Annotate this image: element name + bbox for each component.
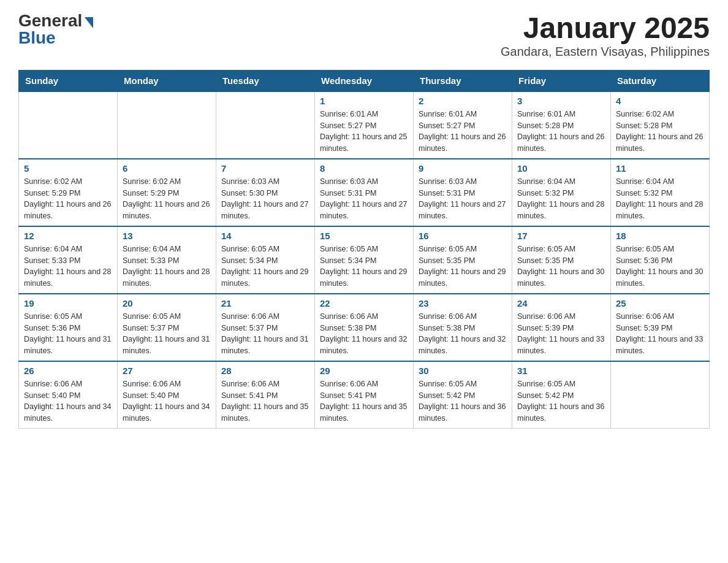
day-number: 11: [616, 163, 704, 174]
calendar-cell: [216, 91, 315, 159]
day-number: 28: [221, 366, 309, 376]
logo-blue: Blue: [18, 29, 56, 47]
day-number: 25: [616, 298, 704, 308]
day-number: 14: [221, 231, 309, 241]
calendar-day-header: Thursday: [414, 70, 512, 91]
day-info: Sunrise: 6:04 AMSunset: 5:33 PMDaylight:…: [24, 243, 112, 289]
day-number: 21: [221, 298, 309, 308]
day-info: Sunrise: 6:04 AMSunset: 5:33 PMDaylight:…: [123, 243, 211, 289]
calendar-cell: 24Sunrise: 6:06 AMSunset: 5:39 PMDayligh…: [512, 294, 611, 361]
calendar-cell: 15Sunrise: 6:05 AMSunset: 5:34 PMDayligh…: [315, 226, 414, 294]
day-info: Sunrise: 6:06 AMSunset: 5:38 PMDaylight:…: [320, 311, 408, 357]
day-info: Sunrise: 6:05 AMSunset: 5:42 PMDaylight:…: [419, 378, 507, 424]
calendar-week-row: 26Sunrise: 6:06 AMSunset: 5:40 PMDayligh…: [19, 361, 710, 429]
calendar-cell: 21Sunrise: 6:06 AMSunset: 5:37 PMDayligh…: [216, 294, 315, 361]
logo-triangle-icon: [85, 17, 93, 28]
calendar-cell: 25Sunrise: 6:06 AMSunset: 5:39 PMDayligh…: [611, 294, 710, 361]
day-number: 13: [123, 231, 211, 241]
day-number: 24: [517, 298, 605, 308]
day-info: Sunrise: 6:02 AMSunset: 5:28 PMDaylight:…: [616, 109, 704, 155]
calendar-cell: 19Sunrise: 6:05 AMSunset: 5:36 PMDayligh…: [19, 294, 118, 361]
calendar-day-header: Friday: [512, 70, 611, 91]
calendar-cell: 9Sunrise: 6:03 AMSunset: 5:31 PMDaylight…: [414, 159, 512, 226]
calendar-cell: [611, 361, 710, 429]
day-info: Sunrise: 6:01 AMSunset: 5:27 PMDaylight:…: [419, 109, 507, 155]
day-number: 10: [517, 163, 605, 174]
day-info: Sunrise: 6:06 AMSunset: 5:40 PMDaylight:…: [24, 378, 112, 424]
page-subtitle: Gandara, Eastern Visayas, Philippines: [501, 45, 710, 59]
calendar-day-header: Monday: [118, 70, 216, 91]
day-info: Sunrise: 6:03 AMSunset: 5:31 PMDaylight:…: [320, 176, 408, 222]
day-info: Sunrise: 6:03 AMSunset: 5:30 PMDaylight:…: [221, 176, 309, 222]
day-number: 16: [419, 231, 507, 241]
day-info: Sunrise: 6:06 AMSunset: 5:40 PMDaylight:…: [123, 378, 211, 424]
day-number: 23: [419, 298, 507, 308]
calendar-cell: 2Sunrise: 6:01 AMSunset: 5:27 PMDaylight…: [414, 91, 512, 159]
day-number: 20: [123, 298, 211, 308]
day-number: 22: [320, 298, 408, 308]
day-number: 19: [24, 298, 112, 308]
day-number: 26: [24, 366, 112, 376]
calendar-cell: 16Sunrise: 6:05 AMSunset: 5:35 PMDayligh…: [414, 226, 512, 294]
calendar-cell: 10Sunrise: 6:04 AMSunset: 5:32 PMDayligh…: [512, 159, 611, 226]
calendar-table: SundayMondayTuesdayWednesdayThursdayFrid…: [18, 70, 710, 429]
calendar-cell: 7Sunrise: 6:03 AMSunset: 5:30 PMDaylight…: [216, 159, 315, 226]
day-info: Sunrise: 6:04 AMSunset: 5:32 PMDaylight:…: [616, 176, 704, 222]
title-block: January 2025 Gandara, Eastern Visayas, P…: [501, 12, 710, 59]
page-title: January 2025: [501, 12, 710, 45]
calendar-cell: 4Sunrise: 6:02 AMSunset: 5:28 PMDaylight…: [611, 91, 710, 159]
calendar-cell: 18Sunrise: 6:05 AMSunset: 5:36 PMDayligh…: [611, 226, 710, 294]
day-info: Sunrise: 6:06 AMSunset: 5:38 PMDaylight:…: [419, 311, 507, 357]
calendar-cell: 6Sunrise: 6:02 AMSunset: 5:29 PMDaylight…: [118, 159, 216, 226]
calendar-week-row: 5Sunrise: 6:02 AMSunset: 5:29 PMDaylight…: [19, 159, 710, 226]
calendar-cell: 13Sunrise: 6:04 AMSunset: 5:33 PMDayligh…: [118, 226, 216, 294]
day-info: Sunrise: 6:02 AMSunset: 5:29 PMDaylight:…: [123, 176, 211, 222]
calendar-header-row: SundayMondayTuesdayWednesdayThursdayFrid…: [19, 70, 710, 91]
calendar-cell: 20Sunrise: 6:05 AMSunset: 5:37 PMDayligh…: [118, 294, 216, 361]
day-info: Sunrise: 6:06 AMSunset: 5:41 PMDaylight:…: [320, 378, 408, 424]
calendar-day-header: Sunday: [19, 70, 118, 91]
calendar-cell: 30Sunrise: 6:05 AMSunset: 5:42 PMDayligh…: [414, 361, 512, 429]
day-number: 29: [320, 366, 408, 376]
day-number: 31: [517, 366, 605, 376]
calendar-cell: 26Sunrise: 6:06 AMSunset: 5:40 PMDayligh…: [19, 361, 118, 429]
day-info: Sunrise: 6:03 AMSunset: 5:31 PMDaylight:…: [419, 176, 507, 222]
day-info: Sunrise: 6:06 AMSunset: 5:37 PMDaylight:…: [221, 311, 309, 357]
calendar-cell: 5Sunrise: 6:02 AMSunset: 5:29 PMDaylight…: [19, 159, 118, 226]
day-info: Sunrise: 6:06 AMSunset: 5:41 PMDaylight:…: [221, 378, 309, 424]
logo: General Blue: [18, 12, 93, 47]
day-info: Sunrise: 6:04 AMSunset: 5:32 PMDaylight:…: [517, 176, 605, 222]
calendar-cell: 28Sunrise: 6:06 AMSunset: 5:41 PMDayligh…: [216, 361, 315, 429]
logo-general: General: [18, 12, 82, 29]
day-info: Sunrise: 6:05 AMSunset: 5:36 PMDaylight:…: [24, 311, 112, 357]
page-header: General Blue January 2025 Gandara, Easte…: [18, 12, 710, 59]
day-number: 30: [419, 366, 507, 376]
calendar-cell: 11Sunrise: 6:04 AMSunset: 5:32 PMDayligh…: [611, 159, 710, 226]
day-number: 27: [123, 366, 211, 376]
day-number: 4: [616, 96, 704, 106]
day-number: 3: [517, 96, 605, 106]
calendar-cell: 27Sunrise: 6:06 AMSunset: 5:40 PMDayligh…: [118, 361, 216, 429]
calendar-cell: 31Sunrise: 6:05 AMSunset: 5:42 PMDayligh…: [512, 361, 611, 429]
day-info: Sunrise: 6:05 AMSunset: 5:35 PMDaylight:…: [517, 243, 605, 289]
day-info: Sunrise: 6:05 AMSunset: 5:34 PMDaylight:…: [320, 243, 408, 289]
calendar-cell: 29Sunrise: 6:06 AMSunset: 5:41 PMDayligh…: [315, 361, 414, 429]
calendar-cell: 23Sunrise: 6:06 AMSunset: 5:38 PMDayligh…: [414, 294, 512, 361]
day-number: 5: [24, 163, 112, 174]
day-number: 1: [320, 96, 408, 106]
day-number: 12: [24, 231, 112, 241]
day-info: Sunrise: 6:05 AMSunset: 5:35 PMDaylight:…: [419, 243, 507, 289]
calendar-cell: 3Sunrise: 6:01 AMSunset: 5:28 PMDaylight…: [512, 91, 611, 159]
day-info: Sunrise: 6:05 AMSunset: 5:36 PMDaylight:…: [616, 243, 704, 289]
day-number: 7: [221, 163, 309, 174]
calendar-week-row: 12Sunrise: 6:04 AMSunset: 5:33 PMDayligh…: [19, 226, 710, 294]
day-number: 18: [616, 231, 704, 241]
calendar-cell: 8Sunrise: 6:03 AMSunset: 5:31 PMDaylight…: [315, 159, 414, 226]
day-number: 6: [123, 163, 211, 174]
day-info: Sunrise: 6:05 AMSunset: 5:42 PMDaylight:…: [517, 378, 605, 424]
day-number: 17: [517, 231, 605, 241]
day-number: 8: [320, 163, 408, 174]
calendar-day-header: Saturday: [611, 70, 710, 91]
day-info: Sunrise: 6:05 AMSunset: 5:34 PMDaylight:…: [221, 243, 309, 289]
day-info: Sunrise: 6:06 AMSunset: 5:39 PMDaylight:…: [517, 311, 605, 357]
